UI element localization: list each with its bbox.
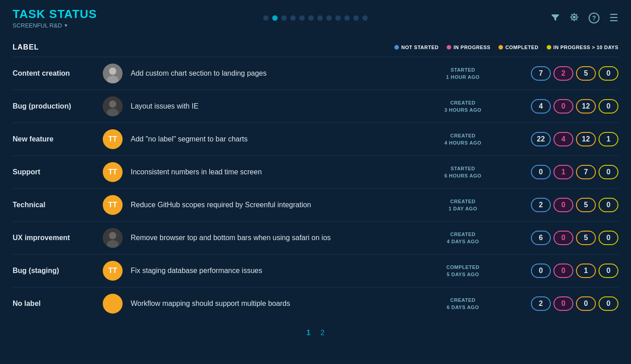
task-row: Bug (staging)TTFix staging database perf… <box>13 254 618 287</box>
app-subtitle: SCREENFUL R&D ▼ <box>13 22 97 29</box>
legend-dot-in_progress <box>447 45 451 50</box>
page-link-2[interactable]: 2 <box>318 328 327 338</box>
legend-dot-not_started <box>394 45 399 50</box>
help-icon[interactable]: ? <box>589 13 599 23</box>
nav-dot-11[interactable] <box>362 15 368 21</box>
menu-icon[interactable]: ☰ <box>609 12 618 24</box>
task-row: New featureTTAdd "no label" segment to b… <box>13 123 618 155</box>
task-list: Content creation Add custom chart sectio… <box>13 57 618 320</box>
task-counts-1: 40120 <box>492 99 618 114</box>
task-time-7: CREATED6 DAYS AGO <box>434 296 492 311</box>
task-label-0: Content creation <box>13 69 103 77</box>
count-badge-blue-0: 7 <box>531 66 551 81</box>
task-description-0: Add custom chart section to landing page… <box>131 68 434 78</box>
task-counts-3: 0170 <box>492 165 618 179</box>
task-row: TechnicalTTReduce GitHub scopes required… <box>13 188 618 221</box>
count-badge-blue-1: 4 <box>531 99 551 114</box>
legend-item-not_started: NOT STARTED <box>394 45 439 50</box>
task-time-5: CREATED4 DAYS AGO <box>434 231 492 246</box>
legend-item-completed: COMPLETED <box>498 45 539 50</box>
legend-dot-in_progress_10 <box>547 45 551 50</box>
task-time-0: STARTED1 HOUR AGO <box>434 66 492 81</box>
nav-dot-6[interactable] <box>317 15 323 21</box>
header-actions: ? ☰ <box>551 12 618 24</box>
count-badge-orange-0: 5 <box>576 66 596 81</box>
task-counts-5: 6050 <box>492 231 618 245</box>
task-description-7: Workflow mapping should support multiple… <box>131 299 434 309</box>
legend-header: LABEL NOT STARTED IN PROGRESS COMPLETED … <box>13 41 618 53</box>
nav-dot-10[interactable] <box>353 15 359 21</box>
task-avatar-1 <box>103 96 123 116</box>
header: TASK STATUS SCREENFUL R&D ▼ ? ☰ <box>0 0 631 34</box>
task-avatar-3: TT <box>103 162 123 182</box>
svg-point-2 <box>573 16 576 18</box>
count-badge-blue-5: 6 <box>531 231 551 245</box>
task-avatar-6: TT <box>103 261 123 281</box>
nav-dot-3[interactable] <box>290 15 296 21</box>
count-badge-pink-4: 0 <box>553 198 573 212</box>
count-badge-yellow-1: 0 <box>599 99 618 114</box>
svg-point-4 <box>109 68 116 75</box>
task-label-2: New feature <box>13 135 103 143</box>
legend-item-in_progress: IN PROGRESS <box>447 45 490 50</box>
nav-dot-8[interactable] <box>335 15 341 21</box>
count-badge-yellow-6: 0 <box>599 264 618 278</box>
svg-point-10 <box>109 232 116 239</box>
count-badge-blue-4: 2 <box>531 198 551 212</box>
count-badge-pink-0: 2 <box>553 66 573 81</box>
nav-dot-7[interactable] <box>326 15 332 21</box>
task-time-4: CREATED1 DAY AGO <box>434 198 492 213</box>
legend-items: NOT STARTED IN PROGRESS COMPLETED IN PRO… <box>394 45 618 50</box>
settings-icon[interactable] <box>570 13 579 24</box>
page-link-1[interactable]: 1 <box>304 328 313 338</box>
count-badge-pink-1: 0 <box>553 99 573 114</box>
task-avatar-7 <box>103 294 123 314</box>
subtitle-dropdown-arrow[interactable]: ▼ <box>64 23 68 28</box>
count-badge-blue-6: 0 <box>531 264 551 278</box>
count-badge-yellow-7: 0 <box>599 296 618 311</box>
task-description-3: Inconsistent numbers in lead time screen <box>131 167 434 177</box>
task-counts-6: 0010 <box>492 264 618 278</box>
count-badge-yellow-2: 1 <box>599 132 618 146</box>
pagination: 12 <box>13 328 618 338</box>
legend-label-completed: COMPLETED <box>505 45 539 50</box>
task-label-3: Support <box>13 168 103 176</box>
count-badge-yellow-5: 0 <box>599 231 618 245</box>
task-label-1: Bug (production) <box>13 102 103 110</box>
nav-dot-4[interactable] <box>299 15 305 21</box>
task-avatar-4: TT <box>103 195 123 215</box>
task-label-6: Bug (staging) <box>13 267 103 275</box>
nav-dot-1[interactable] <box>272 15 278 21</box>
count-badge-pink-5: 0 <box>553 231 573 245</box>
count-badge-pink-6: 0 <box>553 264 573 278</box>
task-time-1: CREATED3 HOURS AGO <box>434 99 492 114</box>
count-badge-yellow-3: 0 <box>599 165 618 179</box>
task-label-7: No label <box>13 300 103 308</box>
task-counts-7: 2000 <box>492 296 618 311</box>
task-row: No labelWorkflow mapping should support … <box>13 287 618 320</box>
nav-dot-9[interactable] <box>344 15 350 21</box>
nav-dot-0[interactable] <box>263 15 269 21</box>
task-avatar-0 <box>103 64 123 83</box>
count-badge-blue-3: 0 <box>531 165 551 179</box>
task-row: SupportTTInconsistent numbers in lead ti… <box>13 155 618 188</box>
filter-icon[interactable] <box>551 13 560 24</box>
task-description-6: Fix staging database performance issues <box>131 266 434 276</box>
task-time-6: COMPLETED5 DAYS AGO <box>434 264 492 278</box>
count-badge-blue-7: 2 <box>531 296 551 311</box>
count-badge-orange-4: 5 <box>576 198 596 212</box>
nav-dot-5[interactable] <box>308 15 314 21</box>
task-time-2: CREATED4 HOURS AGO <box>434 132 492 147</box>
task-time-3: STARTED6 HOURS AGO <box>434 165 492 180</box>
task-row: Content creation Add custom chart sectio… <box>13 57 618 90</box>
task-row: Bug (production) Layout issues with IECR… <box>13 90 618 123</box>
count-badge-orange-7: 0 <box>576 296 596 311</box>
count-badge-orange-2: 12 <box>576 132 596 146</box>
legend-label-in_progress_10: IN PROGRESS > 10 DAYS <box>553 45 618 50</box>
task-label-4: Technical <box>13 201 103 209</box>
header-branding: TASK STATUS SCREENFUL R&D ▼ <box>13 7 97 29</box>
legend-item-in_progress_10: IN PROGRESS > 10 DAYS <box>547 45 618 50</box>
count-badge-pink-2: 4 <box>553 132 573 146</box>
nav-dot-2[interactable] <box>281 15 287 21</box>
task-row: UX improvement Remove browser top and bo… <box>13 221 618 254</box>
